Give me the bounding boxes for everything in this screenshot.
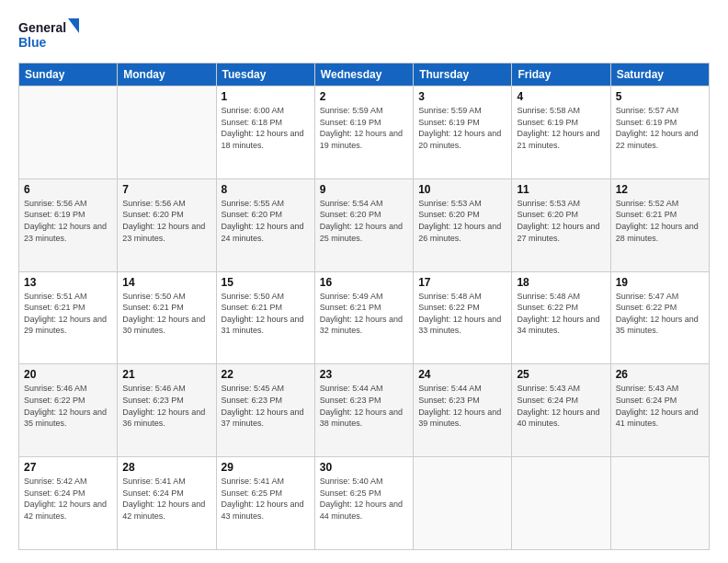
calendar-cell: 1Sunrise: 6:00 AMSunset: 6:18 PMDaylight… [216, 86, 314, 179]
day-info: Sunrise: 5:42 AMSunset: 6:24 PMDaylight:… [24, 476, 112, 522]
calendar-cell: 10Sunrise: 5:53 AMSunset: 6:20 PMDayligh… [414, 178, 512, 271]
calendar-week-row: 1Sunrise: 6:00 AMSunset: 6:18 PMDaylight… [19, 86, 710, 179]
calendar-week-row: 20Sunrise: 5:46 AMSunset: 6:22 PMDayligh… [19, 364, 710, 457]
day-number: 16 [320, 276, 408, 289]
day-info: Sunrise: 6:00 AMSunset: 6:18 PMDaylight:… [222, 105, 310, 151]
col-header-thursday: Thursday [414, 63, 512, 86]
calendar-cell: 20Sunrise: 5:46 AMSunset: 6:22 PMDayligh… [19, 364, 118, 457]
calendar-cell [610, 457, 709, 550]
day-number: 25 [517, 368, 605, 381]
day-number: 12 [616, 183, 704, 196]
calendar-cell: 6Sunrise: 5:56 AMSunset: 6:19 PMDaylight… [19, 178, 118, 271]
day-number: 6 [24, 183, 112, 196]
calendar-cell: 17Sunrise: 5:48 AMSunset: 6:22 PMDayligh… [414, 271, 512, 364]
calendar-cell: 13Sunrise: 5:51 AMSunset: 6:21 PMDayligh… [19, 271, 118, 364]
calendar-cell: 21Sunrise: 5:46 AMSunset: 6:23 PMDayligh… [118, 364, 216, 457]
day-info: Sunrise: 5:40 AMSunset: 6:25 PMDaylight:… [320, 476, 408, 522]
calendar-cell [118, 86, 216, 179]
day-number: 26 [616, 368, 704, 381]
calendar-body: 1Sunrise: 6:00 AMSunset: 6:18 PMDaylight… [19, 86, 710, 550]
day-number: 10 [418, 183, 506, 196]
col-header-monday: Monday [118, 63, 216, 86]
calendar-cell: 23Sunrise: 5:44 AMSunset: 6:23 PMDayligh… [314, 364, 413, 457]
day-info: Sunrise: 5:48 AMSunset: 6:22 PMDaylight:… [517, 291, 605, 337]
calendar-cell: 26Sunrise: 5:43 AMSunset: 6:24 PMDayligh… [610, 364, 709, 457]
day-number: 4 [517, 90, 605, 103]
day-number: 21 [122, 368, 210, 381]
calendar-cell: 5Sunrise: 5:57 AMSunset: 6:19 PMDaylight… [610, 86, 709, 179]
day-number: 1 [222, 90, 310, 103]
calendar-cell [414, 457, 512, 550]
day-number: 22 [222, 368, 310, 381]
day-info: Sunrise: 5:43 AMSunset: 6:24 PMDaylight:… [616, 383, 704, 429]
day-info: Sunrise: 5:44 AMSunset: 6:23 PMDaylight:… [320, 383, 408, 429]
col-header-saturday: Saturday [610, 63, 709, 86]
logo: General Blue [18, 17, 83, 52]
day-number: 29 [222, 461, 310, 474]
day-info: Sunrise: 5:58 AMSunset: 6:19 PMDaylight:… [517, 105, 605, 151]
calendar-cell: 3Sunrise: 5:59 AMSunset: 6:19 PMDaylight… [414, 86, 512, 179]
day-number: 17 [418, 276, 506, 289]
svg-marker-2 [68, 18, 79, 33]
calendar-cell: 27Sunrise: 5:42 AMSunset: 6:24 PMDayligh… [19, 457, 118, 550]
day-info: Sunrise: 5:44 AMSunset: 6:23 PMDaylight:… [418, 383, 506, 429]
calendar-week-row: 6Sunrise: 5:56 AMSunset: 6:19 PMDaylight… [19, 178, 710, 271]
day-info: Sunrise: 5:47 AMSunset: 6:22 PMDaylight:… [616, 291, 704, 337]
day-number: 23 [320, 368, 408, 381]
day-info: Sunrise: 5:46 AMSunset: 6:22 PMDaylight:… [24, 383, 112, 429]
header: General Blue [18, 17, 710, 52]
calendar-cell: 16Sunrise: 5:49 AMSunset: 6:21 PMDayligh… [314, 271, 413, 364]
day-number: 13 [24, 276, 112, 289]
day-info: Sunrise: 5:53 AMSunset: 6:20 PMDaylight:… [517, 198, 605, 244]
day-number: 15 [222, 276, 310, 289]
day-number: 20 [24, 368, 112, 381]
calendar-cell: 8Sunrise: 5:55 AMSunset: 6:20 PMDaylight… [216, 178, 314, 271]
day-number: 8 [222, 183, 310, 196]
day-number: 7 [122, 183, 210, 196]
day-info: Sunrise: 5:51 AMSunset: 6:21 PMDaylight:… [24, 291, 112, 337]
day-info: Sunrise: 5:41 AMSunset: 6:24 PMDaylight:… [122, 476, 210, 522]
day-number: 27 [24, 461, 112, 474]
calendar-cell: 18Sunrise: 5:48 AMSunset: 6:22 PMDayligh… [512, 271, 610, 364]
day-number: 24 [418, 368, 506, 381]
generalblue-logo: General Blue [18, 17, 83, 52]
day-info: Sunrise: 5:57 AMSunset: 6:19 PMDaylight:… [616, 105, 704, 151]
day-info: Sunrise: 5:59 AMSunset: 6:19 PMDaylight:… [320, 105, 408, 151]
day-number: 30 [320, 461, 408, 474]
day-info: Sunrise: 5:46 AMSunset: 6:23 PMDaylight:… [122, 383, 210, 429]
day-info: Sunrise: 5:49 AMSunset: 6:21 PMDaylight:… [320, 291, 408, 337]
calendar-cell: 12Sunrise: 5:52 AMSunset: 6:21 PMDayligh… [610, 178, 709, 271]
calendar-cell: 19Sunrise: 5:47 AMSunset: 6:22 PMDayligh… [610, 271, 709, 364]
day-info: Sunrise: 5:56 AMSunset: 6:19 PMDaylight:… [24, 198, 112, 244]
day-number: 5 [616, 90, 704, 103]
day-number: 9 [320, 183, 408, 196]
day-number: 11 [517, 183, 605, 196]
day-info: Sunrise: 5:48 AMSunset: 6:22 PMDaylight:… [418, 291, 506, 337]
day-info: Sunrise: 5:43 AMSunset: 6:24 PMDaylight:… [517, 383, 605, 429]
day-info: Sunrise: 5:41 AMSunset: 6:25 PMDaylight:… [222, 476, 310, 522]
svg-text:General: General [18, 20, 66, 35]
day-number: 19 [616, 276, 704, 289]
calendar-cell: 25Sunrise: 5:43 AMSunset: 6:24 PMDayligh… [512, 364, 610, 457]
col-header-friday: Friday [512, 63, 610, 86]
calendar-cell: 7Sunrise: 5:56 AMSunset: 6:20 PMDaylight… [118, 178, 216, 271]
day-info: Sunrise: 5:53 AMSunset: 6:20 PMDaylight:… [418, 198, 506, 244]
day-info: Sunrise: 5:52 AMSunset: 6:21 PMDaylight:… [616, 198, 704, 244]
day-number: 3 [418, 90, 506, 103]
calendar-cell [512, 457, 610, 550]
day-number: 18 [517, 276, 605, 289]
day-info: Sunrise: 5:45 AMSunset: 6:23 PMDaylight:… [222, 383, 310, 429]
calendar-cell: 4Sunrise: 5:58 AMSunset: 6:19 PMDaylight… [512, 86, 610, 179]
calendar-cell: 15Sunrise: 5:50 AMSunset: 6:21 PMDayligh… [216, 271, 314, 364]
calendar-page: General Blue SundayMondayTuesdayWednesda… [0, 0, 728, 563]
calendar-cell: 29Sunrise: 5:41 AMSunset: 6:25 PMDayligh… [216, 457, 314, 550]
calendar-week-row: 27Sunrise: 5:42 AMSunset: 6:24 PMDayligh… [19, 457, 710, 550]
day-info: Sunrise: 5:59 AMSunset: 6:19 PMDaylight:… [418, 105, 506, 151]
calendar-cell: 2Sunrise: 5:59 AMSunset: 6:19 PMDaylight… [314, 86, 413, 179]
day-info: Sunrise: 5:50 AMSunset: 6:21 PMDaylight:… [122, 291, 210, 337]
day-number: 2 [320, 90, 408, 103]
day-number: 28 [122, 461, 210, 474]
day-info: Sunrise: 5:55 AMSunset: 6:20 PMDaylight:… [222, 198, 310, 244]
day-number: 14 [122, 276, 210, 289]
calendar-cell: 28Sunrise: 5:41 AMSunset: 6:24 PMDayligh… [118, 457, 216, 550]
